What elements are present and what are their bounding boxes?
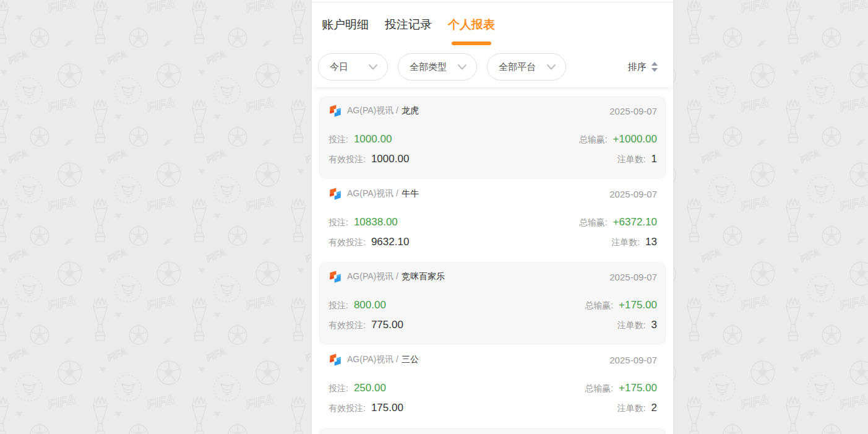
chevron-down-icon <box>458 64 466 70</box>
count-value: 3 <box>651 319 657 331</box>
win-value: +175.00 <box>619 299 657 311</box>
game-name: 竞咪百家乐 <box>402 271 445 282</box>
count-value: 1 <box>651 153 657 165</box>
date-filter-dropdown[interactable]: 今日 <box>318 53 388 80</box>
valid-bet-label: 有效投注: <box>329 320 366 331</box>
provider-name: AG(PA)视讯 / <box>347 354 398 365</box>
sort-button[interactable]: 排序 <box>628 61 658 73</box>
count-value: 13 <box>645 236 657 248</box>
report-card[interactable]: AG(PA)视讯 / 龙虎 2025-09-07 投注: 1000.00 总输赢… <box>319 96 666 179</box>
valid-bet-label: 有效投注: <box>329 237 366 248</box>
report-panel: 账户明细 投注记录 个人报表 今日 全部类型 全部平台 排序 <box>311 0 674 434</box>
chevron-down-icon <box>369 64 377 70</box>
ag-logo-icon <box>329 104 342 118</box>
win-value: +6372.10 <box>613 216 657 228</box>
bet-label: 投注: <box>329 383 348 394</box>
bet-value: 250.00 <box>354 382 386 394</box>
valid-bet-label: 有效投注: <box>329 403 366 414</box>
chevron-down-icon <box>547 64 556 70</box>
win-label: 总输赢: <box>585 300 613 311</box>
bet-value: 1000.00 <box>354 133 392 145</box>
report-card-partial[interactable] <box>319 428 666 434</box>
type-filter-dropdown[interactable]: 全部类型 <box>398 53 477 80</box>
win-value: +175.00 <box>619 382 657 394</box>
tab-bet-records[interactable]: 投注记录 <box>385 2 432 46</box>
date-filter-value: 今日 <box>330 61 348 73</box>
valid-bet-value: 9632.10 <box>371 236 409 248</box>
record-date: 2025-09-07 <box>609 355 657 365</box>
bet-value: 10838.00 <box>354 216 398 228</box>
win-label: 总输赢: <box>579 217 608 228</box>
game-name: 牛牛 <box>402 188 419 199</box>
filter-bar: 今日 全部类型 全部平台 排序 <box>312 46 673 87</box>
win-value: +1000.00 <box>613 133 657 145</box>
type-filter-value: 全部类型 <box>410 61 447 73</box>
platform-filter-value: 全部平台 <box>499 61 536 73</box>
tab-personal-report[interactable]: 个人报表 <box>448 2 495 46</box>
valid-bet-value: 775.00 <box>371 319 403 331</box>
record-date: 2025-09-07 <box>609 106 657 116</box>
win-label: 总输赢: <box>579 134 608 145</box>
provider-name: AG(PA)视讯 / <box>347 188 398 199</box>
report-card[interactable]: AG(PA)视讯 / 三公 2025-09-07 投注: 250.00 总输赢:… <box>319 345 666 428</box>
valid-bet-value: 1000.00 <box>371 153 409 165</box>
report-card[interactable]: AG(PA)视讯 / 竞咪百家乐 2025-09-07 投注: 800.00 总… <box>319 262 666 345</box>
count-label: 注单数: <box>611 237 640 248</box>
tab-bar: 账户明细 投注记录 个人报表 <box>312 2 673 46</box>
count-value: 2 <box>651 402 657 414</box>
bet-label: 投注: <box>329 217 348 228</box>
ag-logo-icon <box>329 187 342 201</box>
record-date: 2025-09-07 <box>609 272 657 282</box>
record-date: 2025-09-07 <box>609 189 657 199</box>
count-label: 注单数: <box>617 320 646 331</box>
bet-label: 投注: <box>329 134 348 145</box>
provider-name: AG(PA)视讯 / <box>347 105 398 116</box>
count-label: 注单数: <box>617 154 646 165</box>
valid-bet-value: 175.00 <box>371 402 403 414</box>
bet-label: 投注: <box>329 300 348 311</box>
platform-filter-dropdown[interactable]: 全部平台 <box>487 53 566 80</box>
game-name: 龙虎 <box>402 105 419 116</box>
sort-label: 排序 <box>628 61 647 73</box>
report-list: AG(PA)视讯 / 龙虎 2025-09-07 投注: 1000.00 总输赢… <box>312 87 673 434</box>
sort-updown-icon <box>651 62 658 72</box>
provider-name: AG(PA)视讯 / <box>347 271 398 282</box>
report-card[interactable]: AG(PA)视讯 / 牛牛 2025-09-07 投注: 10838.00 总输… <box>319 179 666 262</box>
tab-account-detail[interactable]: 账户明细 <box>322 2 369 46</box>
valid-bet-label: 有效投注: <box>329 154 366 165</box>
ag-logo-icon <box>329 270 342 284</box>
count-label: 注单数: <box>617 403 646 414</box>
bet-value: 800.00 <box>354 299 386 311</box>
game-name: 三公 <box>402 354 419 365</box>
ag-logo-icon <box>329 353 342 367</box>
win-label: 总输赢: <box>585 383 613 394</box>
